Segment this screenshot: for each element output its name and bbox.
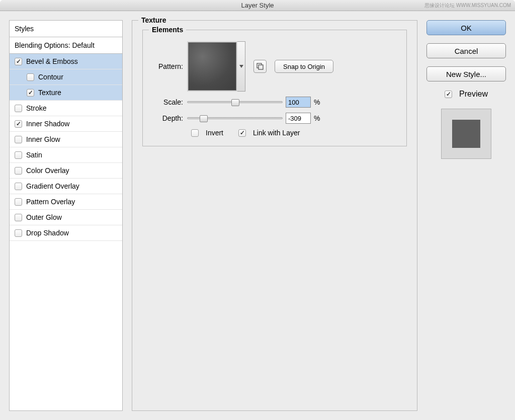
style-item-stroke[interactable]: Stroke (10, 101, 122, 116)
style-label: Drop Shadow (26, 229, 69, 237)
style-item-bevel-emboss[interactable]: Bevel & Emboss (10, 54, 122, 69)
style-item-inner-glow[interactable]: Inner Glow (10, 132, 122, 147)
style-item-drop-shadow[interactable]: Drop Shadow (10, 225, 122, 241)
blending-options-row[interactable]: Blending Options: Default (10, 37, 122, 54)
preview-swatch-inner (452, 120, 480, 148)
depth-input[interactable] (286, 113, 311, 124)
window-title: Layer Style (241, 2, 274, 9)
style-checkbox[interactable] (15, 198, 22, 206)
style-checkbox[interactable] (15, 105, 22, 112)
ok-button[interactable]: OK (426, 20, 506, 35)
cancel-button[interactable]: Cancel (426, 43, 506, 58)
invert-label: Invert (206, 129, 223, 137)
style-label: Outer Glow (26, 213, 62, 221)
depth-slider[interactable] (187, 114, 283, 123)
options-row: Invert Link with Layer (191, 129, 397, 137)
depth-unit: % (314, 114, 320, 122)
titlebar: Layer Style 思缘设计论坛 WWW.MISSYUAN.COM (0, 0, 515, 11)
style-label: Inner Glow (26, 135, 60, 143)
new-style-button[interactable]: New Style... (426, 66, 506, 81)
invert-checkbox[interactable] (191, 129, 199, 137)
style-label: Pattern Overlay (26, 198, 75, 206)
style-item-texture[interactable]: Texture (10, 85, 122, 101)
scale-unit: % (314, 98, 320, 106)
dialog-content: Styles Blending Options: Default Bevel &… (0, 11, 515, 420)
texture-legend: Texture (138, 16, 169, 24)
style-item-inner-shadow[interactable]: Inner Shadow (10, 116, 122, 132)
style-checkbox[interactable] (15, 151, 22, 159)
style-item-gradient-overlay[interactable]: Gradient Overlay (10, 179, 122, 194)
style-item-contour[interactable]: Contour (10, 69, 122, 85)
style-label: Bevel & Emboss (26, 57, 78, 65)
svg-rect-1 (259, 65, 263, 69)
style-item-pattern-overlay[interactable]: Pattern Overlay (10, 194, 122, 210)
settings-column: Texture Elements Pattern: (132, 20, 417, 411)
style-checkbox[interactable] (15, 229, 22, 237)
elements-group: Elements Pattern: (142, 30, 407, 146)
layer-style-dialog: Layer Style 思缘设计论坛 WWW.MISSYUAN.COM Styl… (0, 0, 515, 420)
pattern-swatch[interactable] (187, 41, 237, 92)
pattern-label: Pattern: (152, 62, 187, 70)
style-label: Stroke (26, 104, 46, 112)
scale-row: Scale: % (152, 97, 397, 108)
style-item-satin[interactable]: Satin (10, 147, 122, 163)
style-checkbox[interactable] (15, 120, 22, 128)
style-label: Contour (38, 73, 63, 81)
pattern-row: Pattern: Snap to Origin (152, 41, 397, 92)
style-checkbox[interactable] (27, 89, 34, 97)
style-label: Inner Shadow (26, 120, 69, 128)
style-item-outer-glow[interactable]: Outer Glow (10, 210, 122, 225)
scale-input[interactable] (286, 97, 311, 108)
style-checkbox[interactable] (15, 183, 22, 190)
new-preset-icon (256, 63, 264, 70)
preview-label: Preview (459, 90, 488, 99)
style-checkbox[interactable] (15, 136, 22, 143)
scale-label: Scale: (152, 98, 187, 106)
preview-swatch (441, 109, 491, 159)
depth-label: Depth: (152, 114, 187, 122)
preview-checkbox[interactable] (445, 91, 452, 98)
style-checkbox[interactable] (15, 214, 22, 221)
watermark: 思缘设计论坛 WWW.MISSYUAN.COM (424, 0, 511, 11)
snap-to-origin-button[interactable]: Snap to Origin (275, 60, 333, 73)
texture-group: Texture Elements Pattern: (132, 20, 417, 411)
styles-header[interactable]: Styles (10, 21, 122, 37)
styles-panel: Styles Blending Options: Default Bevel &… (9, 20, 123, 411)
pattern-dropdown-arrow[interactable] (237, 41, 245, 92)
depth-row: Depth: % (152, 113, 397, 124)
scale-slider[interactable] (187, 98, 283, 107)
elements-legend: Elements (149, 26, 186, 34)
style-label: Texture (38, 89, 61, 97)
style-label: Gradient Overlay (26, 182, 79, 190)
style-label: Satin (26, 151, 42, 159)
link-with-layer-label: Link with Layer (253, 129, 300, 137)
link-with-layer-checkbox[interactable] (238, 129, 246, 137)
style-checkbox[interactable] (27, 73, 34, 81)
new-preset-button[interactable] (253, 60, 267, 73)
style-item-color-overlay[interactable]: Color Overlay (10, 163, 122, 179)
link-with-layer-item[interactable]: Link with Layer (238, 129, 300, 137)
dialog-actions: OK Cancel New Style... Preview (426, 20, 506, 411)
style-checkbox[interactable] (15, 167, 22, 175)
style-checkbox[interactable] (15, 58, 22, 65)
preview-toggle[interactable]: Preview (426, 90, 506, 99)
invert-checkbox-item[interactable]: Invert (191, 129, 223, 137)
style-label: Color Overlay (26, 166, 69, 175)
